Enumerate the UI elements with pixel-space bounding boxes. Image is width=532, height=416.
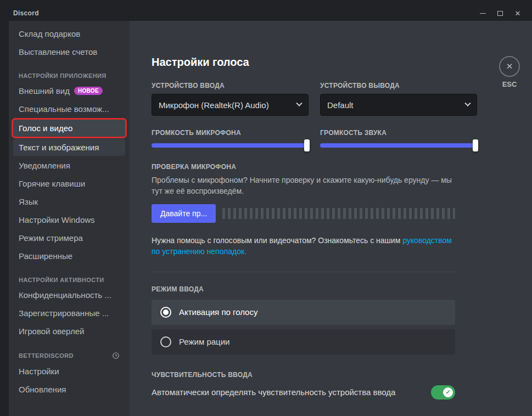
sidebar-item-privacy[interactable]: Конфиденциальность ... <box>13 286 125 303</box>
help-text-plain: Нужна помощь с голосовым или видеочатом?… <box>152 236 402 245</box>
close-settings-area: ✕ ESC <box>499 21 532 416</box>
output-device-value: Default <box>327 100 354 110</box>
radio-unchecked-icon <box>160 336 171 347</box>
auto-sensitivity-label: Автоматически определять чувствительност… <box>152 387 404 397</box>
input-device-value: Микрофон (Realtek(R) Audio) <box>159 100 269 110</box>
sidebar-item-bd-updates[interactable]: Обновления <box>13 381 125 398</box>
chevron-down-icon <box>296 100 302 106</box>
mic-test-button[interactable]: Давайте пр... <box>152 204 216 223</box>
close-icon: ✕ <box>515 9 521 18</box>
output-volume-slider[interactable] <box>320 143 477 148</box>
section-divider <box>152 272 455 272</box>
sidebar-header-betterdiscord: BETTERDISCORD <box>13 348 125 363</box>
output-device-select[interactable]: Default <box>320 94 477 116</box>
input-mode-label: РЕЖИМ ВВОДА <box>152 285 455 293</box>
slider-handle[interactable] <box>304 139 310 151</box>
history-icon <box>112 352 120 359</box>
close-button[interactable]: ✕ <box>509 7 527 20</box>
toggle-check-icon: ✓ <box>443 387 453 397</box>
sidebar-item-appearance[interactable]: Внешний вид НОВОЕ <box>13 82 125 99</box>
sidebar-item-advanced[interactable]: Расширенные <box>13 248 125 265</box>
esc-label: ESC <box>499 80 520 88</box>
sidebar-item-billing[interactable]: Выставление счетов <box>13 43 125 60</box>
voice-settings-panel: Настройки голоса УСТРОЙСТВО ВВОДА Микроф… <box>130 21 532 416</box>
close-icon: ✕ <box>506 61 513 71</box>
output-volume-label: ГРОМКОСТЬ ЗВУКА <box>320 129 477 137</box>
maximize-icon <box>497 11 503 16</box>
slider-handle[interactable] <box>473 139 478 151</box>
mic-test-label: ПРОВЕРКА МИКРОФОНА <box>152 163 455 171</box>
sidebar-header-label: BETTERDISCORD <box>19 352 74 359</box>
input-volume-label: ГРОМКОСТЬ МИКРОФОНА <box>152 129 309 137</box>
radio-checked-icon <box>160 307 171 318</box>
sidebar-item-registered-games[interactable]: Зарегистрированные ... <box>13 305 125 322</box>
page-title: Настройки голоса <box>152 56 455 69</box>
minimize-icon <box>480 13 486 14</box>
minimize-button[interactable] <box>474 7 491 20</box>
window-controls: ✕ <box>474 7 527 20</box>
sidebar-item-streamer-mode[interactable]: Режим стримера <box>13 229 125 246</box>
mic-test-description: Проблемы с микрофоном? Начните проверку … <box>152 175 455 196</box>
sidebar-item-voice-video[interactable]: Голос и видео <box>13 120 125 137</box>
sidebar-item-windows-settings[interactable]: Настройки Windows <box>13 211 125 228</box>
input-mode-option-label: Активация по голосу <box>179 307 257 317</box>
sidebar-item-notifications[interactable]: Уведомления <box>13 157 125 174</box>
mic-level-meter <box>222 208 455 219</box>
output-device-label: УСТРОЙСТВО ВЫВОДА <box>320 82 477 89</box>
settings-overlay: Склад подарков Выставление счетов НАСТРО… <box>0 21 532 416</box>
sidebar-item-bd-settings[interactable]: Настройки <box>13 363 125 380</box>
window-title: Discord <box>13 9 39 17</box>
sidebar-item-keybinds[interactable]: Горячие клавиши <box>13 175 125 192</box>
input-volume-slider[interactable] <box>152 143 309 148</box>
close-settings-button[interactable]: ✕ <box>499 56 520 77</box>
sidebar-header-activity-settings: НАСТРОЙКИ АКТИВНОСТИ <box>13 273 125 286</box>
input-mode-option-label: Режим рации <box>179 337 229 346</box>
sidebar-item-game-overlay[interactable]: Игровой оверлей <box>13 323 125 340</box>
sidebar-header-app-settings: НАСТРОЙКИ ПРИЛОЖЕНИЯ <box>13 69 125 82</box>
sidebar-item-label: Внешний вид <box>19 86 70 95</box>
input-device-label: УСТРОЙСТВО ВВОДА <box>152 82 309 89</box>
sidebar-item-gift-inventory[interactable]: Склад подарков <box>13 25 125 42</box>
input-mode-option-voice-activity[interactable]: Активация по голосу <box>152 300 455 325</box>
input-sensitivity-label: ЧУВСТВИТЕЛЬНОСТЬ ВВОДА <box>152 371 455 379</box>
titlebar: Discord ✕ <box>0 0 532 21</box>
input-device-select[interactable]: Микрофон (Realtek(R) Audio) <box>152 94 309 116</box>
sidebar-item-accessibility[interactable]: Специальные возмож... <box>13 100 125 117</box>
chevron-down-icon <box>464 100 471 106</box>
input-mode-option-push-to-talk[interactable]: Режим рации <box>152 329 455 355</box>
sidebar-item-language[interactable]: Язык <box>13 193 125 210</box>
maximize-button[interactable] <box>491 7 509 20</box>
settings-sidebar: Склад подарков Выставление счетов НАСТРО… <box>9 21 130 416</box>
window-left-edge <box>0 21 9 416</box>
voice-settings-scroll: Настройки голоса УСТРОЙСТВО ВВОДА Микроф… <box>130 21 455 416</box>
auto-sensitivity-toggle[interactable]: ✓ <box>431 385 455 400</box>
help-text: Нужна помощь с голосовым или видеочатом?… <box>152 235 455 257</box>
new-badge: НОВОЕ <box>74 87 103 95</box>
sidebar-item-text-images[interactable]: Текст и изображения <box>13 139 125 156</box>
